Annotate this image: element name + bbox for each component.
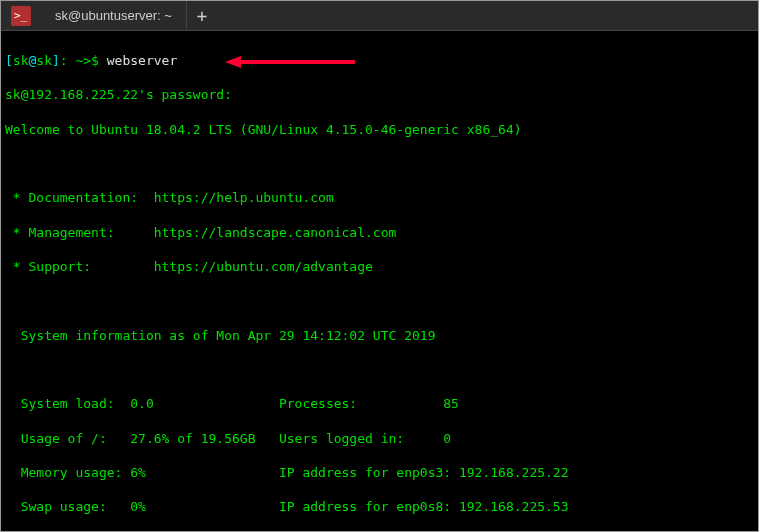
ssh-password-line: sk@192.168.225.22's password: bbox=[5, 86, 754, 103]
stat-line-2: Usage of /: 27.6% of 19.56GB Users logge… bbox=[5, 430, 754, 447]
bracket-close: ] bbox=[52, 53, 60, 68]
sysinfo-header: System information as of Mon Apr 29 14:1… bbox=[5, 327, 754, 344]
doc-link-line: * Documentation: https://help.ubuntu.com bbox=[5, 189, 754, 206]
stat-line-4: Swap usage: 0% IP address for enp0s8: 19… bbox=[5, 498, 754, 515]
welcome-line: Welcome to Ubuntu 18.04.2 LTS (GNU/Linux… bbox=[5, 121, 754, 138]
prompt-host: sk bbox=[36, 53, 52, 68]
stat-line-1: System load: 0.0 Processes: 85 bbox=[5, 395, 754, 412]
prompt-path: : ~>$ bbox=[60, 53, 107, 68]
stat-line-3: Memory usage: 6% IP address for enp0s3: … bbox=[5, 464, 754, 481]
tab-active[interactable]: sk@ubuntuserver: ~ bbox=[41, 1, 187, 30]
local-prompt-line: [sk@sk]: ~>$ webserver bbox=[5, 52, 754, 69]
mgmt-link-line: * Management: https://landscape.canonica… bbox=[5, 224, 754, 241]
blank-line bbox=[5, 155, 754, 172]
prompt-user: sk bbox=[13, 53, 29, 68]
blank-line bbox=[5, 361, 754, 378]
tab-add-button[interactable]: + bbox=[187, 1, 217, 30]
svg-marker-3 bbox=[225, 56, 241, 68]
bracket-open: [ bbox=[5, 53, 13, 68]
plus-icon: + bbox=[196, 5, 207, 26]
tab-bar: >_ sk@ubuntuserver: ~ + bbox=[1, 1, 758, 31]
support-link-line: * Support: https://ubuntu.com/advantage bbox=[5, 258, 754, 275]
svg-text:>_: >_ bbox=[14, 9, 28, 22]
terminal-viewport[interactable]: [sk@sk]: ~>$ webserver sk@192.168.225.22… bbox=[1, 31, 758, 531]
annotation-arrow-icon bbox=[225, 54, 355, 74]
blank-line bbox=[5, 292, 754, 309]
typed-command: webserver bbox=[107, 53, 177, 68]
tab-title: sk@ubuntuserver: ~ bbox=[55, 8, 172, 23]
terminal-app-icon: >_ bbox=[9, 4, 33, 28]
